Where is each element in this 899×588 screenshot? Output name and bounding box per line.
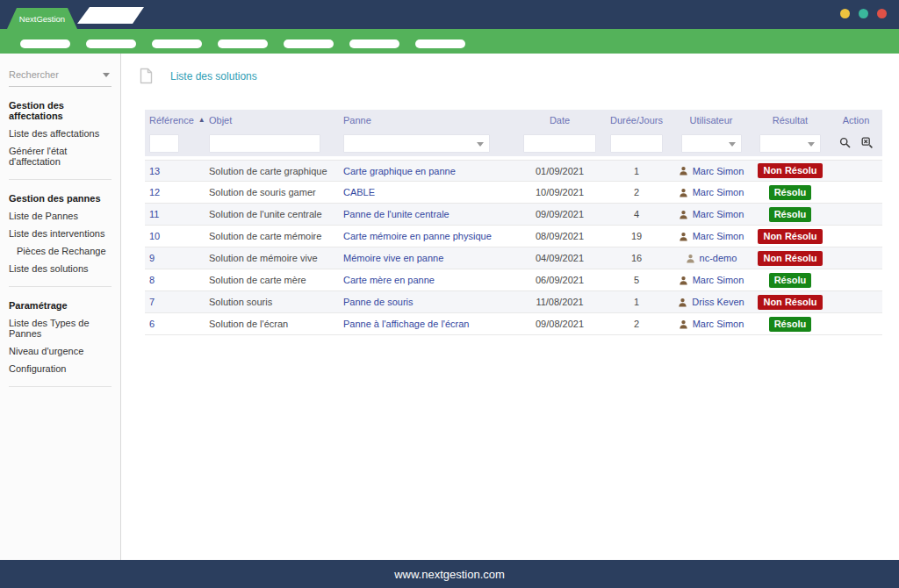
objet-cell: Solution de carte mémoire [206, 231, 342, 241]
nav-item-placeholder[interactable] [415, 39, 465, 48]
search-icon[interactable] [839, 137, 852, 149]
sidebar-item[interactable]: Configuration [0, 360, 120, 377]
column-header-date[interactable]: Date [518, 115, 601, 125]
reference-link[interactable]: 8 [149, 275, 155, 285]
document-icon [140, 68, 153, 84]
panne-link[interactable]: Carte mémoire en panne physique [343, 231, 492, 241]
duree-cell: 5 [601, 275, 672, 285]
chevron-down-icon [103, 73, 110, 77]
column-header-resultat[interactable]: Résultat [751, 115, 830, 125]
user-link[interactable]: Marc Simon [693, 275, 744, 285]
minimize-button[interactable] [840, 9, 850, 18]
date-cell: 08/09/2021 [518, 231, 601, 241]
table-body: 13 Solution de carte graphique Carte gra… [145, 160, 882, 335]
user-icon [679, 166, 688, 176]
filter-reference-input[interactable] [149, 134, 179, 153]
column-header-reference[interactable]: Référence ▲ [145, 115, 206, 125]
reference-link[interactable]: 13 [149, 166, 160, 176]
sidebar-item[interactable]: Niveau d'urgence [0, 342, 120, 360]
panne-link[interactable]: Carte graphique en panne [343, 166, 456, 176]
reference-link[interactable]: 7 [149, 297, 155, 307]
date-cell: 04/09/2021 [518, 253, 601, 263]
brand-tab[interactable]: NextGestion [7, 8, 77, 29]
user-link[interactable]: Driss Keven [692, 297, 744, 307]
panne-link[interactable]: Panne à l'affichage de l'écran [343, 319, 469, 329]
duree-cell: 19 [601, 231, 672, 241]
duree-cell: 2 [601, 187, 672, 197]
sidebar: Rechercher Gestion des affectationsListe… [0, 54, 121, 560]
main-nav [0, 29, 899, 54]
sidebar-section-title: Gestion des pannes [9, 193, 111, 204]
reference-link[interactable]: 11 [149, 209, 159, 219]
filter-date-input[interactable] [523, 134, 596, 153]
sidebar-item[interactable]: Pièces de Rechange [0, 242, 120, 260]
duree-cell: 16 [601, 253, 672, 263]
objet-cell: Solution souris [206, 297, 342, 307]
user-link[interactable]: nc-demo [700, 253, 737, 263]
user-icon [686, 254, 695, 263]
objet-cell: Solution de carte graphique [206, 166, 342, 176]
user-link[interactable]: Marc Simon [693, 209, 744, 219]
sidebar-item[interactable]: Liste des affectations [0, 125, 120, 142]
nav-item-placeholder[interactable] [20, 39, 70, 48]
search-placeholder: Rechercher [9, 69, 59, 80]
close-button[interactable] [877, 9, 887, 18]
nav-item-placeholder[interactable] [86, 39, 136, 48]
date-cell: 09/08/2021 [518, 319, 601, 329]
sidebar-item[interactable]: Liste des solutions [0, 260, 120, 277]
secondary-tab[interactable] [77, 7, 144, 24]
user-link[interactable]: Marc Simon [693, 166, 744, 176]
user-link[interactable]: Marc Simon [693, 187, 744, 197]
maximize-button[interactable] [859, 9, 868, 18]
panne-link[interactable]: CABLE [343, 187, 375, 197]
filter-objet-input[interactable] [209, 134, 320, 153]
nav-item-placeholder[interactable] [218, 39, 268, 48]
user-link[interactable]: Marc Simon [693, 231, 744, 241]
window-controls [840, 9, 887, 18]
main-content: Liste des solutions Référence ▲ Objet Pa… [122, 54, 899, 560]
date-cell: 09/09/2021 [518, 209, 601, 219]
panne-link[interactable]: Mémoire vive en panne [343, 253, 443, 263]
objet-cell: Solution de souris gamer [206, 187, 342, 197]
objet-cell: Solution de l'unite centrale [206, 209, 342, 219]
clear-search-icon[interactable] [861, 137, 874, 149]
duree-cell: 4 [601, 209, 672, 219]
column-header-duree[interactable]: Durée/Jours [601, 115, 672, 125]
filter-utilisateur-select[interactable] [681, 134, 742, 153]
solutions-table: Référence ▲ Objet Panne Date Durée/Jours… [145, 110, 882, 335]
table-row: 6 Solution de l'écran Panne à l'affichag… [145, 313, 882, 335]
result-badge: Non Résolu [758, 295, 822, 310]
column-header-objet[interactable]: Objet [206, 115, 342, 125]
sort-asc-icon: ▲ [198, 116, 205, 124]
reference-link[interactable]: 12 [149, 187, 160, 197]
column-header-panne[interactable]: Panne [342, 115, 518, 125]
sidebar-item[interactable]: Liste des Types de Pannes [0, 314, 120, 342]
nav-item-placeholder[interactable] [284, 39, 334, 48]
sidebar-item[interactable]: Générer l'état d'affectation [0, 142, 120, 170]
filter-resultat-select[interactable] [759, 134, 821, 153]
sidebar-search-combobox[interactable]: Rechercher [9, 69, 111, 87]
sidebar-item[interactable]: Liste de Pannes [0, 207, 120, 225]
filter-panne-select[interactable] [343, 134, 490, 153]
column-header-utilisateur[interactable]: Utilisateur [672, 115, 751, 125]
nav-item-placeholder[interactable] [349, 39, 399, 48]
panne-link[interactable]: Panne de souris [343, 297, 414, 307]
filter-duree-input[interactable] [610, 134, 663, 153]
objet-cell: Solution de carte mère [206, 275, 342, 285]
date-cell: 10/09/2021 [518, 187, 601, 197]
sidebar-item[interactable]: Liste des interventions [0, 225, 120, 242]
reference-link[interactable]: 9 [149, 253, 155, 263]
panne-link[interactable]: Panne de l'unite centrale [343, 209, 450, 219]
result-badge: Résolu [769, 273, 812, 288]
objet-cell: Solution de l'écran [206, 319, 342, 329]
reference-link[interactable]: 10 [149, 231, 160, 241]
app-window: NextGestion Rechercher Gestion des affec… [0, 0, 899, 588]
nav-item-placeholder[interactable] [152, 39, 202, 48]
result-badge: Résolu [769, 317, 812, 332]
table-row: 9 Solution de mémoire vive Mémoire vive … [145, 247, 882, 269]
sidebar-divider [9, 179, 111, 180]
user-link[interactable]: Marc Simon [693, 319, 744, 329]
reference-link[interactable]: 6 [149, 319, 155, 329]
duree-cell: 2 [601, 319, 672, 329]
panne-link[interactable]: Carte mère en panne [343, 275, 435, 285]
